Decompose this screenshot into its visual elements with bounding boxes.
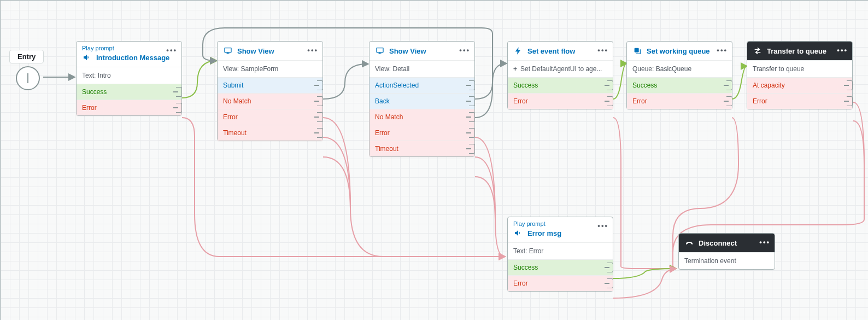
node-menu-button[interactable]: ••• [597, 46, 608, 54]
node-title: Transfer to queue [767, 47, 826, 55]
port-error[interactable]: Error [508, 93, 613, 109]
node-title: Set working queue [647, 47, 710, 55]
node-subtitle: Termination event [679, 252, 775, 269]
node-subtitle: Text: Error [508, 242, 613, 259]
node-set-working-queue[interactable]: Set working queue ••• Queue: BasicQueue … [626, 41, 732, 109]
port-success[interactable]: Success [508, 260, 613, 275]
port-error[interactable]: Error [747, 93, 852, 109]
queue-icon [632, 46, 642, 56]
bolt-icon [513, 46, 523, 56]
node-error-msg[interactable]: Play prompt Error msg ••• Text: Error Su… [507, 217, 613, 292]
node-subtitle: View: Detail [370, 60, 474, 77]
speaker-icon [513, 228, 523, 238]
plus-icon: + [513, 65, 517, 73]
svg-rect-2 [635, 48, 639, 53]
node-title: Introduction Message [96, 54, 169, 62]
node-subtitle: Text: Intro [77, 67, 181, 84]
port-success[interactable]: Success [627, 78, 732, 93]
port-back[interactable]: Back [370, 93, 474, 109]
node-menu-button[interactable]: ••• [597, 222, 608, 230]
node-subtitle: View: SampleForm [218, 60, 322, 77]
hangup-icon [684, 238, 694, 248]
speaker-icon [82, 53, 92, 62]
node-menu-button[interactable]: ••• [166, 46, 177, 54]
node-show-view-detail[interactable]: Show View ••• View: Detail ActionSelecte… [369, 41, 475, 157]
transfer-icon [753, 46, 763, 56]
node-menu-button[interactable]: ••• [307, 46, 318, 54]
node-title: Error msg [527, 229, 561, 237]
port-at-capacity[interactable]: At capacity [747, 78, 852, 93]
node-category: Play prompt [82, 45, 176, 51]
port-error[interactable]: Error [77, 100, 181, 115]
node-subtitle: +Set DefaultAgentUI to age... [508, 60, 613, 77]
entry-label: Entry [9, 50, 44, 63]
node-category: Play prompt [513, 220, 607, 227]
node-title: Show View [237, 47, 274, 55]
node-disconnect[interactable]: Disconnect ••• Termination event [678, 233, 775, 270]
port-actionselected[interactable]: ActionSelected [370, 78, 474, 93]
port-timeout[interactable]: Timeout [370, 141, 474, 156]
node-menu-button[interactable]: ••• [459, 46, 470, 54]
port-success[interactable]: Success [77, 84, 181, 100]
port-error[interactable]: Error [627, 93, 732, 109]
node-transfer-to-queue[interactable]: Transfer to queue ••• Transfer to queue … [747, 41, 853, 109]
port-submit[interactable]: Submit [218, 78, 322, 93]
port-error[interactable]: Error [218, 109, 322, 125]
entry-start-icon [16, 66, 40, 90]
port-nomatch[interactable]: No Match [218, 93, 322, 109]
node-set-event-flow[interactable]: Set event flow ••• +Set DefaultAgentUI t… [507, 41, 613, 109]
node-title: Show View [389, 47, 426, 55]
node-menu-button[interactable]: ••• [759, 238, 770, 246]
entry-block[interactable]: Entry [9, 50, 44, 63]
port-error[interactable]: Error [508, 275, 613, 291]
port-timeout[interactable]: Timeout [218, 125, 322, 141]
port-nomatch[interactable]: No Match [370, 109, 474, 125]
node-introduction-message[interactable]: Play prompt Introduction Message ••• Tex… [76, 41, 182, 116]
port-error[interactable]: Error [370, 125, 474, 141]
svg-rect-1 [377, 48, 383, 53]
node-subtitle: Transfer to queue [747, 60, 852, 77]
node-show-view-sampleform[interactable]: Show View ••• View: SampleForm Submit No… [217, 41, 323, 141]
node-title: Disconnect [699, 239, 737, 247]
node-menu-button[interactable]: ••• [717, 46, 728, 54]
entry-start[interactable] [16, 66, 40, 90]
monitor-icon [375, 46, 385, 56]
node-menu-button[interactable]: ••• [837, 46, 848, 54]
node-subtitle: Queue: BasicQueue [627, 60, 732, 77]
port-success[interactable]: Success [508, 78, 613, 93]
node-title: Set event flow [527, 47, 575, 55]
flow-canvas[interactable]: Entry Play prompt Introduction Message •… [0, 0, 868, 320]
monitor-icon [223, 46, 233, 56]
svg-rect-0 [225, 48, 231, 53]
